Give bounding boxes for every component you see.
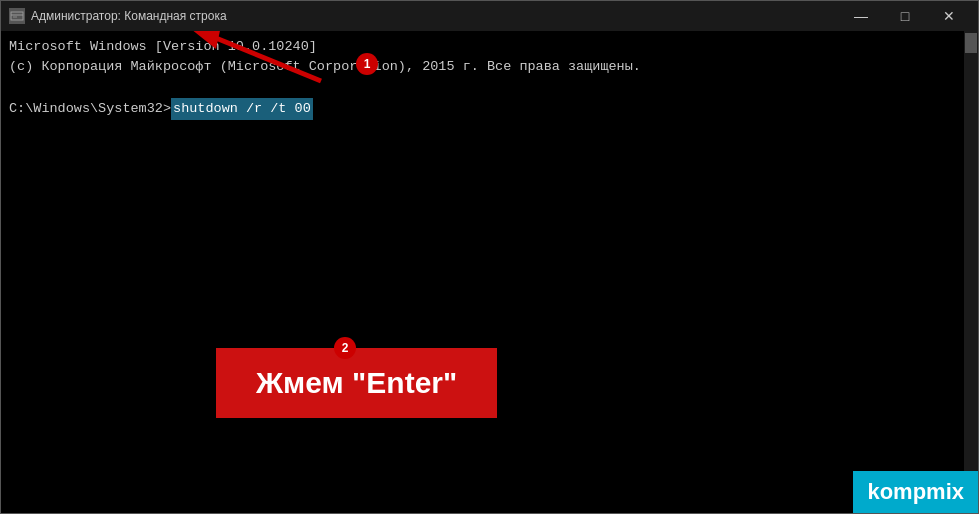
- titlebar: Администратор: Командная строка — □ ✕: [1, 1, 978, 31]
- badge-2: 2: [334, 337, 356, 359]
- enter-overlay: 2 Жмем "Enter": [216, 348, 497, 418]
- scrollbar[interactable]: [964, 31, 978, 513]
- arrow-annotation: [181, 31, 341, 91]
- blank-line: [9, 78, 970, 98]
- close-button[interactable]: ✕: [928, 6, 970, 26]
- command-line: C:\Windows\System32>shutdown /r /t 00: [9, 98, 970, 120]
- svg-rect-0: [11, 12, 23, 20]
- minimize-button[interactable]: —: [840, 6, 882, 26]
- titlebar-left: Администратор: Командная строка: [9, 8, 227, 24]
- svg-line-3: [211, 36, 321, 81]
- terminal-body: Microsoft Windows [Version 10.0.10240] (…: [1, 31, 978, 513]
- scrollbar-thumb: [965, 33, 977, 53]
- version-line: Microsoft Windows [Version 10.0.10240]: [9, 37, 970, 57]
- maximize-button[interactable]: □: [884, 6, 926, 26]
- titlebar-title: Администратор: Командная строка: [31, 9, 227, 23]
- enter-button[interactable]: Жмем "Enter": [216, 348, 497, 418]
- titlebar-icon: [9, 8, 25, 24]
- cmd-text: shutdown /r /t 00: [171, 98, 313, 120]
- cmd-window: Администратор: Командная строка — □ ✕ Mi…: [0, 0, 979, 514]
- watermark: kompmix: [853, 471, 978, 513]
- copyright-line: (с) Корпорация Майкрософт (Microsoft Cor…: [9, 57, 970, 77]
- badge-1: 1: [356, 53, 378, 75]
- titlebar-buttons: — □ ✕: [840, 6, 970, 26]
- cmd-prompt: C:\Windows\System32>: [9, 99, 171, 119]
- svg-marker-4: [191, 31, 221, 49]
